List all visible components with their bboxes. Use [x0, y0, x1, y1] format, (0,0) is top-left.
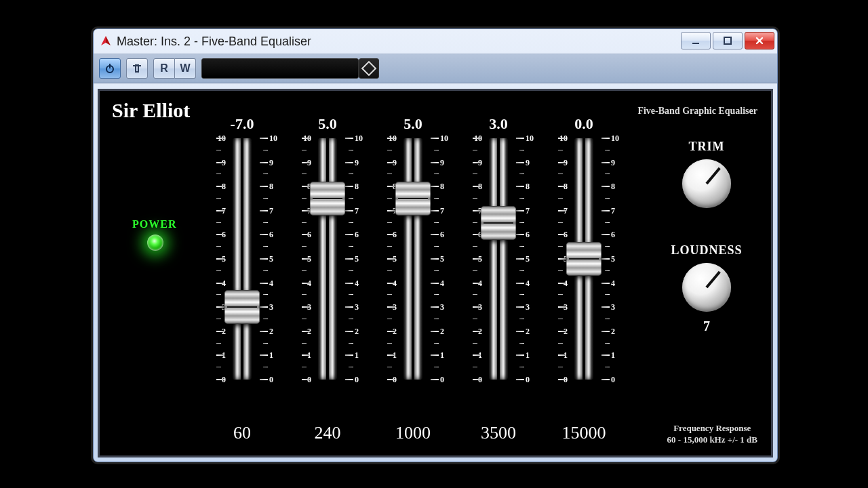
footer-text: Frequency Response 60 - 15,000 kHz +/- 1… — [667, 422, 757, 446]
scale-numbers: 109876543210 — [440, 138, 451, 380]
band-freq-label: 3500 — [458, 423, 539, 443]
eq-band-3500: 3.01098765432101098765432103500 — [458, 115, 539, 411]
preset-menu-button[interactable] — [359, 58, 379, 79]
scale-ticks — [216, 138, 227, 380]
band-rail: 109876543210109876543210 — [372, 138, 454, 380]
band-rail: 109876543210109876543210 — [287, 138, 368, 380]
slider-thumb[interactable] — [224, 290, 260, 324]
slider-thumb[interactable] — [395, 182, 431, 216]
eq-band-15000: 0.010987654321010987654321015000 — [543, 115, 625, 411]
loudness-knob[interactable] — [682, 263, 731, 312]
scale-numbers: 109876543210 — [546, 138, 557, 380]
eq-sliders: -7.0109876543210109876543210605.01098765… — [201, 115, 635, 411]
band-gain-readout: 5.0 — [287, 115, 368, 134]
scale-numbers: 109876543210 — [526, 138, 536, 380]
scale-numbers: 109876543210 — [290, 138, 300, 380]
band-rail: 109876543210109876543210 — [543, 138, 625, 380]
minimize-button[interactable] — [681, 32, 711, 49]
scale-ticks — [387, 138, 398, 380]
svg-rect-3 — [109, 64, 111, 68]
band-rail: 109876543210109876543210 — [201, 138, 283, 380]
scale-ticks — [473, 138, 484, 380]
band-gain-readout: 0.0 — [543, 115, 625, 134]
scale-ticks — [257, 138, 268, 380]
scale-ticks — [342, 138, 353, 380]
scale-ticks — [302, 138, 313, 380]
band-gain-readout: -7.0 — [201, 115, 283, 134]
eq-band-1000: 5.01098765432101098765432101000 — [372, 115, 454, 411]
power-label: POWER — [132, 218, 176, 230]
band-rail: 109876543210109876543210 — [458, 138, 539, 380]
eq-band-240: 5.0109876543210109876543210240 — [287, 115, 368, 411]
trim-knob[interactable] — [682, 159, 731, 208]
scale-numbers: 109876543210 — [355, 138, 366, 380]
knob-section: TRIM LOUDNESS 7 — [656, 140, 757, 334]
close-button[interactable] — [745, 32, 774, 49]
band-gain-readout: 5.0 — [372, 115, 454, 134]
svg-rect-1 — [724, 37, 731, 44]
scale-ticks — [513, 138, 524, 380]
plugin-window: Master: Ins. 2 - Five-Band Equaliser R W — [93, 28, 778, 462]
footer-line-1: Frequency Response — [667, 422, 757, 434]
loudness-label: LOUDNESS — [656, 243, 757, 258]
loudness-value: 7 — [656, 319, 757, 334]
preset-name-field[interactable] — [201, 58, 359, 79]
trim-label: TRIM — [656, 140, 757, 154]
plugin-subtitle: Five-Band Graphic Equaliser — [637, 106, 757, 117]
band-freq-label: 240 — [287, 423, 368, 443]
scale-numbers: 109876543210 — [460, 138, 471, 380]
band-freq-label: 1000 — [372, 423, 454, 443]
band-freq-label: 15000 — [543, 423, 625, 443]
automation-write-button[interactable]: W — [175, 58, 196, 79]
maximize-button[interactable] — [713, 32, 743, 49]
slider-thumb[interactable] — [481, 206, 516, 240]
footer-line-2: 60 - 15,000 kHz +/- 1 dB — [667, 434, 757, 446]
bypass-button[interactable] — [126, 58, 148, 79]
app-logo-icon — [99, 35, 113, 48]
titlebar[interactable]: Master: Ins. 2 - Five-Band Equaliser — [94, 29, 777, 54]
brand-label: Sir Elliot — [112, 99, 190, 122]
host-toolbar: R W — [94, 54, 777, 83]
scale-numbers: 109876543210 — [269, 138, 280, 380]
scale-numbers: 109876543210 — [611, 138, 622, 380]
automation-read-button[interactable]: R — [153, 58, 175, 79]
plugin-body: Sir Elliot Five-Band Graphic Equaliser P… — [98, 89, 773, 458]
scale-numbers: 109876543210 — [375, 138, 386, 380]
window-title: Master: Ins. 2 - Five-Band Equaliser — [117, 35, 311, 49]
svg-rect-0 — [692, 43, 699, 44]
slider-thumb[interactable] — [566, 242, 601, 276]
band-gain-readout: 3.0 — [458, 115, 539, 134]
power-led[interactable] — [147, 235, 163, 251]
power-button[interactable] — [99, 58, 121, 79]
scale-numbers: 109876543210 — [204, 138, 215, 380]
scale-ticks — [428, 138, 439, 380]
slider-thumb[interactable] — [310, 182, 345, 216]
band-freq-label: 60 — [201, 423, 283, 443]
eq-band-60: -7.010987654321010987654321060 — [201, 115, 283, 411]
